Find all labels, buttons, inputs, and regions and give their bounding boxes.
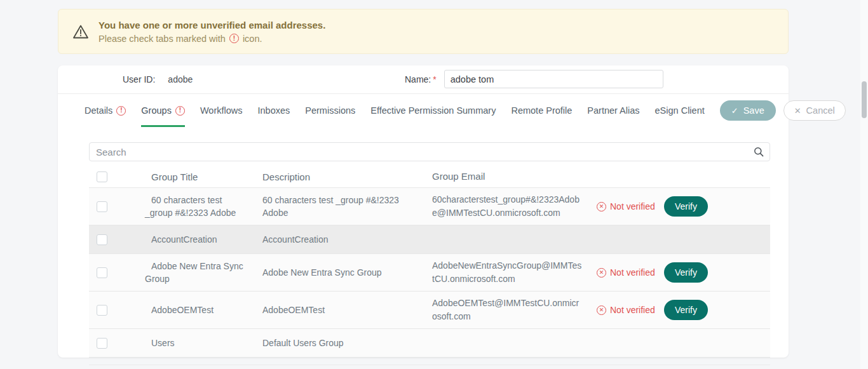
row-checkbox[interactable]: [97, 267, 107, 278]
tab-permissions-label: Permissions: [305, 105, 355, 116]
group-email-cell: AdobeOEMTest@IMMTestCU.onmicrosoft.com: [424, 297, 594, 323]
status-badge: ✕ Not verified: [594, 305, 664, 315]
tab-bar: Details ! Groups ! Workflows Inboxes Per…: [58, 94, 789, 127]
row-checkbox[interactable]: [97, 234, 107, 245]
select-all-checkbox[interactable]: [97, 171, 107, 182]
tab-partner-alias-label: Partner Alias: [587, 105, 639, 116]
group-email-cell: AdobeNewEntraSyncGroup@IMMTestCU.onmicro…: [424, 259, 594, 286]
action-buttons: ✓ Save ✕ Cancel: [720, 100, 846, 121]
table-row: Adobe New Entra Sync Group Adobe New Ent…: [89, 254, 770, 292]
not-verified-label: Not verified: [610, 267, 655, 278]
tab-workflows-label: Workflows: [200, 105, 243, 116]
scrollbar-track[interactable]: [860, 0, 868, 369]
name-label: Name:: [405, 74, 431, 84]
not-verified-icon: ✕: [597, 305, 606, 315]
alert-icon: !: [229, 34, 239, 43]
group-title-cell: Users: [140, 337, 254, 349]
tab-groups-label: Groups: [141, 105, 172, 116]
tab-details[interactable]: Details !: [85, 94, 126, 127]
description-cell: AccountCreation: [254, 233, 424, 246]
table-header-row: Group Title Description Group Email: [89, 166, 770, 188]
tab-remote-profile[interactable]: Remote Profile: [511, 94, 572, 127]
close-icon: ✕: [794, 107, 801, 115]
groups-table: Group Title Description Group Email 60 c…: [89, 166, 770, 365]
description-cell: Adobe New Entra Sync Group: [254, 266, 424, 279]
verify-button[interactable]: Verify: [664, 300, 708, 320]
banner-title: You have one or more unverified email ad…: [98, 20, 325, 30]
page: You have one or more unverified email ad…: [0, 0, 868, 369]
row-checkbox[interactable]: [97, 338, 107, 349]
table-row: AdobeOEMTest AdobeOEMTest AdobeOEMTest@I…: [89, 292, 770, 329]
check-icon: ✓: [731, 107, 738, 115]
status-badge: ✕ Not verified: [594, 201, 664, 211]
column-header-group-title: Group Title: [140, 170, 254, 184]
user-id-group: User ID:adobe: [123, 74, 193, 84]
alert-icon: !: [116, 106, 126, 116]
row-checkbox-cell: [89, 305, 140, 316]
banner-text: You have one or more unverified email ad…: [98, 20, 325, 44]
user-detail-card: User ID:adobe Name:* Details ! Groups ! …: [58, 65, 789, 358]
name-field-group: Name:*: [405, 70, 663, 88]
action-cell: Verify: [664, 262, 770, 283]
description-cell: 60 characters test _group #&!2323 Adobe: [254, 194, 424, 220]
row-checkbox-cell: [89, 201, 140, 212]
required-asterisk: *: [433, 74, 436, 84]
cancel-button-label: Cancel: [806, 105, 835, 116]
cancel-button[interactable]: ✕ Cancel: [783, 100, 846, 121]
description-cell: Default Users Group: [254, 337, 424, 349]
tab-permissions[interactable]: Permissions: [305, 94, 355, 127]
tab-inboxes[interactable]: Inboxes: [258, 94, 290, 127]
row-checkbox-cell: [89, 267, 140, 278]
verify-button[interactable]: Verify: [664, 262, 708, 283]
name-input[interactable]: [444, 70, 663, 88]
tab-workflows[interactable]: Workflows: [200, 94, 243, 127]
verify-button[interactable]: Verify: [664, 196, 708, 217]
tab-groups[interactable]: Groups !: [141, 94, 185, 127]
tab-inboxes-label: Inboxes: [258, 105, 290, 116]
tab-esign-client[interactable]: eSign Client: [655, 94, 705, 127]
warning-triangle-icon: [72, 24, 89, 39]
warning-banner: You have one or more unverified email ad…: [58, 9, 789, 54]
not-verified-label: Not verified: [610, 305, 655, 315]
tab-effective-permission-summary-label: Effective Permission Summary: [370, 105, 496, 116]
group-title-cell: AdobeOEMTest: [140, 304, 254, 316]
tab-effective-permission-summary[interactable]: Effective Permission Summary: [370, 94, 496, 127]
table-row: 60 characters test _group #&!2323 Adobe …: [89, 188, 770, 225]
group-title-cell: Adobe New Entra Sync Group: [140, 260, 254, 286]
tab-details-label: Details: [85, 105, 112, 116]
group-title-cell: AccountCreation: [140, 233, 254, 246]
row-checkbox-cell: [89, 338, 140, 349]
user-header-row: User ID:adobe Name:*: [58, 65, 789, 94]
row-checkbox[interactable]: [97, 201, 107, 212]
action-cell: Verify: [664, 300, 770, 320]
not-verified-label: Not verified: [610, 201, 655, 211]
row-checkbox[interactable]: [97, 305, 107, 316]
banner-subtitle-suffix: icon.: [243, 34, 262, 44]
group-email-cell: 60characterstest_group#&!2323Adobe@IMMTe…: [424, 193, 594, 220]
group-title-cell: 60 characters test _group #&!2323 Adobe: [140, 194, 254, 220]
banner-subtitle-prefix: Please check tabs marked with: [98, 34, 226, 44]
column-header-group-email: Group Email: [424, 170, 594, 184]
description-cell: AdobeOEMTest: [254, 304, 424, 316]
user-id-value: adobe: [168, 74, 193, 84]
table-footer-divider: [89, 358, 770, 365]
save-button[interactable]: ✓ Save: [720, 100, 776, 121]
table-row: Users Default Users Group: [89, 329, 770, 358]
header-checkbox-cell: [89, 171, 140, 182]
user-id-label: User ID:: [123, 74, 155, 84]
tab-esign-client-label: eSign Client: [655, 105, 705, 116]
search-icon: [754, 147, 764, 159]
save-button-label: Save: [743, 105, 764, 116]
not-verified-icon: ✕: [597, 268, 606, 278]
search-input[interactable]: [89, 142, 770, 161]
action-cell: Verify: [664, 196, 770, 217]
table-row: AccountCreation AccountCreation: [89, 225, 770, 254]
scrollbar-thumb[interactable]: [862, 81, 867, 118]
alert-icon: !: [175, 106, 185, 116]
banner-subtitle: Please check tabs marked with ! icon.: [98, 34, 325, 44]
not-verified-icon: ✕: [597, 202, 606, 211]
search-box: [89, 142, 770, 161]
row-checkbox-cell: [89, 234, 140, 245]
tab-partner-alias[interactable]: Partner Alias: [587, 94, 639, 127]
status-badge: ✕ Not verified: [594, 267, 664, 278]
